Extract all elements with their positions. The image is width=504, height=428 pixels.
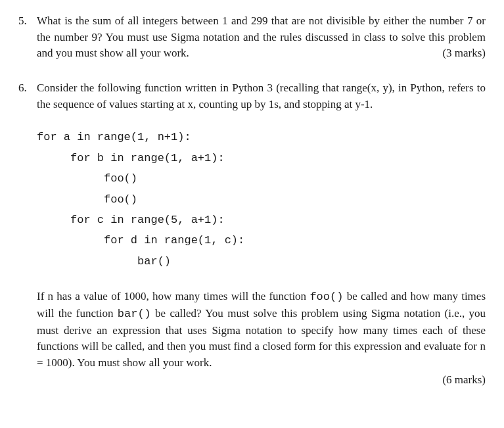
question-5: 5. What is the sum of all integers betwe… — [18, 13, 486, 62]
question-6: 6. Consider the following function writt… — [18, 80, 486, 389]
question-6-number: 6. — [18, 80, 37, 389]
question-5-prompt: What is the sum of all integers between … — [37, 14, 486, 59]
bar-code-inline: bar() — [118, 308, 151, 320]
question-6-code: for a in range(1, n+1): for b in range(1… — [37, 127, 486, 272]
question-6-marks: (6 marks) — [37, 372, 486, 389]
question-6-followup-a: If n has a value of 1000, how many times… — [37, 290, 309, 302]
question-5-text: What is the sum of all integers between … — [37, 13, 486, 62]
question-5-marks: (3 marks) — [442, 45, 486, 62]
question-5-body: What is the sum of all integers between … — [37, 13, 486, 62]
foo-code-inline: foo() — [309, 291, 343, 303]
question-6-body: Consider the following function written … — [37, 80, 486, 389]
question-6-followup: If n has a value of 1000, how many times… — [37, 289, 486, 371]
question-5-number: 5. — [18, 13, 37, 62]
question-6-intro: Consider the following function written … — [37, 80, 486, 112]
